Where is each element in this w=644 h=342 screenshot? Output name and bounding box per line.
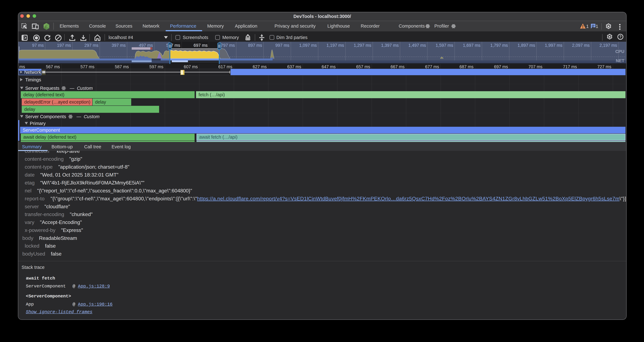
svg-text:?: ? — [619, 35, 622, 39]
